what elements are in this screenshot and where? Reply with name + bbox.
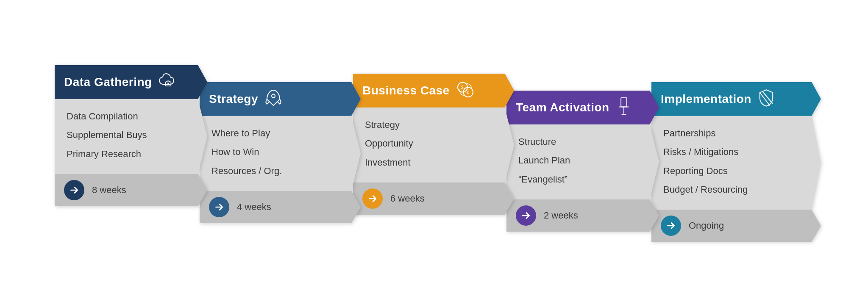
arrow-button-business-case[interactable] xyxy=(362,188,383,209)
svg-point-2 xyxy=(272,94,275,97)
card-footer-team-activation: 2 weeks xyxy=(506,199,659,232)
card-strategy: Strategy Where to PlayHow to WinResource… xyxy=(200,82,361,223)
card-body-implementation: PartnershipsRisks / MitigationsReporting… xyxy=(651,116,821,210)
card-item: Reporting Docs xyxy=(663,166,809,177)
card-item: Partnerships xyxy=(663,128,809,139)
arrow-button-strategy[interactable] xyxy=(209,197,229,217)
card-footer-strategy: 4 weeks xyxy=(200,191,361,223)
card-header-business-case: Business Case $ € xyxy=(353,74,514,108)
duration-team-activation: 2 weeks xyxy=(544,210,578,221)
card-footer-business-case: 6 weeks xyxy=(353,183,514,215)
card-item: Resources / Org. xyxy=(211,166,349,177)
card-business-case: Business Case $ € StrategyOpportunityInv… xyxy=(353,74,514,215)
card-item: Opportunity xyxy=(365,138,502,149)
svg-point-1 xyxy=(168,83,169,84)
card-item: Risks / Mitigations xyxy=(663,147,809,158)
process-diagram: Data Gathering Data CompilationSupplemen… xyxy=(38,57,830,251)
card-item: Supplemental Buys xyxy=(67,130,195,141)
shield-icon xyxy=(757,89,775,110)
card-title-data-gathering: Data Gathering xyxy=(64,75,152,89)
svg-text:€: € xyxy=(466,89,469,94)
pushpin-icon xyxy=(615,97,632,119)
card-header-team-activation: Team Activation xyxy=(506,91,659,124)
card-item: Budget / Resourcing xyxy=(663,184,809,195)
duration-data-gathering: 8 weeks xyxy=(92,185,126,196)
rocket-icon xyxy=(264,89,283,110)
cloud-lock-icon xyxy=(158,72,178,92)
card-body-team-activation: StructureLaunch Plan“Evangelist” xyxy=(506,124,659,199)
svg-rect-7 xyxy=(621,98,627,107)
card-body-strategy: Where to PlayHow to WinResources / Org. xyxy=(200,116,361,191)
card-title-strategy: Strategy xyxy=(209,92,258,106)
arrow-button-data-gathering[interactable] xyxy=(64,180,84,200)
card-implementation: Implementation PartnershipsRisks / Mitig… xyxy=(651,82,821,242)
card-title-team-activation: Team Activation xyxy=(516,101,609,114)
card-header-data-gathering: Data Gathering xyxy=(55,65,207,99)
duration-business-case: 6 weeks xyxy=(390,193,425,204)
duration-implementation: Ongoing xyxy=(689,220,724,231)
card-item: How to Win xyxy=(211,147,349,158)
money-cycle-icon: $ € xyxy=(456,80,475,102)
card-body-data-gathering: Data CompilationSupplemental BuysPrimary… xyxy=(55,99,207,174)
arrow-button-implementation[interactable] xyxy=(661,216,681,236)
card-data-gathering: Data Gathering Data CompilationSupplemen… xyxy=(55,65,207,206)
card-title-business-case: Business Case xyxy=(362,84,450,97)
card-item: Primary Research xyxy=(67,149,195,160)
svg-text:$: $ xyxy=(461,85,464,90)
card-body-business-case: StrategyOpportunityInvestment xyxy=(353,108,514,183)
card-footer-implementation: Ongoing xyxy=(651,210,821,242)
card-header-strategy: Strategy xyxy=(200,82,361,116)
card-title-implementation: Implementation xyxy=(661,92,751,106)
card-item: Data Compilation xyxy=(67,111,195,122)
duration-strategy: 4 weeks xyxy=(237,202,271,213)
arrow-button-team-activation[interactable] xyxy=(516,205,536,226)
card-item: Launch Plan xyxy=(518,155,647,166)
card-team-activation: Team Activation StructureLaunch Plan“Eva… xyxy=(506,91,659,232)
card-item: Where to Play xyxy=(211,128,349,139)
card-item: Investment xyxy=(365,157,502,168)
card-item: “Evangelist” xyxy=(518,174,647,185)
card-header-implementation: Implementation xyxy=(651,82,821,116)
card-item: Strategy xyxy=(365,119,502,130)
card-footer-data-gathering: 8 weeks xyxy=(55,174,207,206)
card-item: Structure xyxy=(518,136,647,147)
